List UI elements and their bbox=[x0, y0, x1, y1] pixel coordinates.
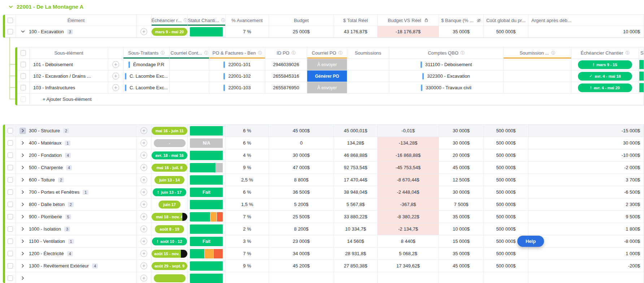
row-checkbox[interactable] bbox=[21, 73, 26, 79]
budget-cell[interactable]: 0 bbox=[269, 137, 334, 149]
budget-vs-reel-cell[interactable]: 5 068,2$ bbox=[378, 248, 439, 260]
expand-chevron-icon[interactable] bbox=[19, 189, 26, 196]
id-po-cell[interactable]: 2655845316 bbox=[265, 70, 307, 82]
timeline-cell[interactable]: août 15 - nov. 11 bbox=[152, 248, 188, 260]
add-update-cell[interactable]: + bbox=[136, 26, 152, 38]
row-checkbox[interactable] bbox=[21, 97, 26, 102]
cout-global-cell[interactable]: 500 000$ bbox=[484, 248, 528, 260]
item-name-cell[interactable]: 1300 - Revêtement Extérieur4 bbox=[16, 260, 136, 272]
argent-apres-cell[interactable]: 10 000$ bbox=[528, 26, 644, 38]
row-checkbox[interactable] bbox=[8, 153, 13, 158]
status-cell[interactable] bbox=[188, 223, 226, 235]
add-update-cell[interactable]: + bbox=[136, 260, 152, 272]
group-title[interactable]: 22001 - De La Montagne A bbox=[17, 4, 83, 10]
status-cell[interactable]: Fait bbox=[188, 235, 226, 248]
status-cell[interactable] bbox=[188, 149, 226, 162]
banque-cell[interactable]: 35 000$ bbox=[439, 211, 484, 223]
add-update-icon[interactable]: + bbox=[112, 84, 119, 91]
status-bar[interactable] bbox=[190, 212, 223, 222]
argent-apres-cell[interactable]: -15 000$ bbox=[528, 125, 644, 137]
row-checkbox[interactable] bbox=[8, 165, 13, 170]
status-cell[interactable] bbox=[188, 26, 226, 38]
courriel-contact-cell[interactable] bbox=[170, 70, 209, 82]
total-reel-cell[interactable]: 33 880,22$ bbox=[334, 211, 378, 223]
cout-global-cell[interactable]: 500 000$ bbox=[484, 198, 528, 211]
timeline-cell[interactable]: mai 16 - juin 11 bbox=[152, 125, 188, 137]
add-update-cell[interactable]: + bbox=[136, 186, 152, 198]
avancement-cell[interactable]: 1,5 % bbox=[226, 198, 269, 211]
budget-cell[interactable]: 36 500$ bbox=[269, 186, 334, 198]
soumissions-cell[interactable] bbox=[347, 70, 389, 82]
expand-chevron-icon[interactable] bbox=[19, 214, 26, 220]
banque-cell[interactable]: 7 500$ bbox=[439, 198, 484, 211]
sous-traitants-cell[interactable]: C. Lacombe Exc... bbox=[123, 70, 170, 82]
status-cell[interactable] bbox=[188, 198, 226, 211]
budget-vs-reel-cell[interactable]: -18 176,87$ bbox=[378, 26, 439, 38]
budget-cell[interactable]: 5 200$ bbox=[269, 198, 334, 211]
add-update-icon[interactable]: + bbox=[140, 140, 147, 146]
sub-column-header-sous_element[interactable]: Sous-élément bbox=[30, 47, 108, 59]
courriel-contact-cell[interactable] bbox=[170, 59, 209, 70]
expand-chevron-icon[interactable] bbox=[19, 238, 26, 245]
banque-cell[interactable] bbox=[439, 272, 484, 283]
cout-global-cell[interactable]: 500 000$ bbox=[484, 174, 528, 186]
add-update-icon[interactable]: + bbox=[140, 28, 147, 35]
row-checkbox[interactable] bbox=[8, 140, 13, 146]
banque-cell[interactable]: 30 000$ bbox=[439, 125, 484, 137]
status-bar[interactable] bbox=[190, 27, 223, 37]
sub-column-header-id_po[interactable]: ID POⓘ bbox=[265, 47, 307, 59]
row-checkbox[interactable] bbox=[21, 85, 26, 90]
avancement-cell[interactable]: 7 % bbox=[226, 211, 269, 223]
sub-column-header-po_factures[interactable]: PO & Factures - Benⓘ bbox=[209, 47, 265, 59]
status-cell[interactable] bbox=[188, 248, 226, 260]
timeline-pill[interactable]: août 8 - 19 bbox=[155, 225, 184, 233]
row-checkbox[interactable] bbox=[8, 177, 13, 183]
timeline-cell[interactable]: août 8 - 19 bbox=[152, 223, 188, 235]
status-cell[interactable] bbox=[188, 272, 226, 283]
status-bar[interactable]: Fait bbox=[190, 237, 223, 246]
courriel-po-cell[interactable]: À envoyer bbox=[307, 59, 347, 70]
comptes-qbo-cell[interactable]: 322300 - Excavation bbox=[389, 70, 504, 82]
column-header-statut_chantier[interactable]: Statut Chanti...ⓘ bbox=[188, 15, 226, 26]
timeline-pill[interactable]: - bbox=[154, 139, 186, 147]
row-checkbox[interactable] bbox=[8, 189, 13, 195]
timeline-cell[interactable]: mars 9 - mai 20 bbox=[152, 26, 188, 38]
timeline-cell[interactable]: !juin 13 - 17 bbox=[152, 186, 188, 198]
budget-vs-reel-cell[interactable]: -45 753,54$ bbox=[378, 162, 439, 174]
cout-global-cell[interactable]: 500 000$ bbox=[484, 162, 528, 174]
status-bar[interactable] bbox=[190, 175, 223, 185]
cout-global-cell[interactable]: 500 000$ bbox=[484, 125, 528, 137]
total-reel-cell[interactable] bbox=[334, 272, 378, 283]
argent-apres-cell[interactable] bbox=[528, 272, 644, 283]
avancement-cell[interactable]: 3 % bbox=[226, 235, 269, 248]
item-name-cell[interactable]: 400 - Matériaux1 bbox=[16, 137, 136, 149]
add-update-cell[interactable]: + bbox=[136, 125, 152, 137]
budget-vs-reel-cell[interactable]: 8 440$ bbox=[378, 235, 439, 248]
subitem-name-cell[interactable]: 102 - Excavation / Drains ... bbox=[30, 70, 108, 82]
status-bar[interactable] bbox=[190, 249, 223, 258]
row-checkbox[interactable] bbox=[8, 128, 13, 133]
banque-cell[interactable]: 45 000$ bbox=[439, 260, 484, 272]
timeline-pill[interactable]: ✓avr. 4 - mai 18 bbox=[578, 72, 632, 81]
courriel-po-cell[interactable]: À envoyer bbox=[307, 82, 347, 94]
column-header-avancement[interactable]: % Avancement bbox=[226, 15, 269, 26]
echeancier-chantier-cell[interactable]: !avr. 4 - mai 20 bbox=[571, 82, 639, 94]
add-update-icon[interactable]: + bbox=[140, 176, 147, 183]
expand-chevron-icon[interactable] bbox=[19, 164, 26, 171]
collapse-chevron-icon[interactable] bbox=[19, 29, 26, 35]
budget-vs-reel-cell[interactable]: -0,01$ bbox=[378, 125, 439, 137]
budget-vs-reel-cell[interactable]: -16 868,88$ bbox=[378, 149, 439, 162]
sub-column-header-statut_cut[interactable]: S bbox=[639, 47, 644, 59]
timeline-pill[interactable]: juin 17 bbox=[158, 201, 180, 209]
column-header-argent_apres[interactable]: Argent après déb... bbox=[528, 15, 644, 26]
echeancier-chantier-cell[interactable]: ✓avr. 4 - mai 18 bbox=[571, 70, 639, 82]
generer-po-button[interactable]: Générer PO bbox=[307, 70, 347, 82]
cout-global-cell[interactable] bbox=[484, 272, 528, 283]
add-update-cell[interactable]: + bbox=[136, 137, 152, 149]
banque-cell[interactable]: 35 000$ bbox=[439, 248, 484, 260]
avancement-cell[interactable]: 7 % bbox=[226, 26, 269, 38]
budget-cell[interactable]: 45 000$ bbox=[269, 125, 334, 137]
avancement-cell[interactable]: 6 % bbox=[226, 125, 269, 137]
item-name-cell[interactable]: 100 - Excavation3 bbox=[16, 26, 136, 38]
argent-apres-cell[interactable]: -8 000$ bbox=[528, 235, 644, 248]
